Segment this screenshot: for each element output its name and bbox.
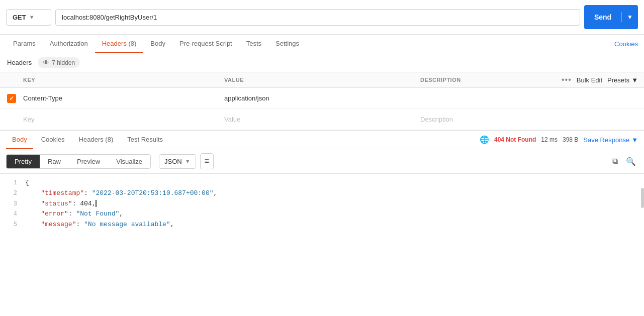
response-tab-cookies[interactable]: Cookies: [35, 131, 71, 149]
format-bar: Pretty Raw Preview Visualize JSON ▼ ≡ ⧉ …: [0, 149, 644, 174]
response-tab-test-results[interactable]: Test Results: [121, 131, 169, 149]
search-icon: 🔍: [626, 157, 636, 166]
hidden-badge[interactable]: 👁 7 hidden: [38, 57, 80, 68]
col-key-header: KEY: [23, 77, 224, 83]
send-label: Send: [584, 9, 621, 25]
copy-button[interactable]: ⧉: [610, 155, 620, 168]
response-time: 12 ms: [541, 136, 558, 143]
tab-pre-request[interactable]: Pre-request Script: [172, 35, 239, 53]
row-value[interactable]: application/json: [224, 94, 420, 102]
table-row: ✓ Content-Type application/json: [0, 88, 644, 109]
headers-bar: Headers 👁 7 hidden: [0, 53, 644, 72]
format-tab-raw[interactable]: Raw: [40, 155, 69, 168]
line-number-3: 3: [0, 199, 25, 209]
code-line-5: 5 "message": "No message available",: [0, 220, 644, 230]
row-key[interactable]: Content-Type: [23, 94, 224, 102]
line-number-5: 5: [0, 220, 25, 230]
status-text: Not Found: [506, 136, 536, 143]
code-area: 1 { 2 "timestamp": "2022-03-20T20:53:10.…: [0, 174, 644, 234]
json-format-select[interactable]: JSON ▼: [159, 154, 196, 169]
presets-label: Presets: [607, 76, 629, 84]
send-button[interactable]: Send ▼: [584, 5, 638, 29]
code-line-2: 2 "timestamp": "2022-03-20T20:53:10.687+…: [0, 188, 644, 199]
line-number-1: 1: [0, 178, 25, 188]
wrap-button[interactable]: ≡: [200, 153, 214, 169]
copy-icon: ⧉: [612, 157, 618, 165]
url-input[interactable]: [55, 9, 580, 26]
wrap-icon: ≡: [205, 157, 209, 165]
json-format-label: JSON: [164, 158, 182, 165]
tab-body[interactable]: Body: [143, 35, 172, 53]
code-line-4: 4 "error": "Not Found",: [0, 209, 644, 220]
format-tabs: Pretty Raw Preview Visualize: [6, 154, 151, 169]
format-tab-preview[interactable]: Preview: [69, 155, 108, 168]
dots-icon: •••: [562, 75, 572, 84]
save-response-button[interactable]: Save Response ▼: [583, 136, 638, 144]
table-header-row: KEY VALUE DESCRIPTION ••• Bulk Edit Pres…: [0, 72, 644, 88]
method-select[interactable]: GET ▼: [6, 9, 51, 26]
tab-params[interactable]: Params: [6, 35, 43, 53]
method-label: GET: [13, 14, 26, 21]
checkbox[interactable]: ✓: [7, 94, 16, 103]
format-tab-pretty[interactable]: Pretty: [7, 155, 40, 168]
tab-authorization[interactable]: Authorization: [43, 35, 95, 53]
scrollbar[interactable]: [641, 188, 644, 208]
table-placeholder-row: Key Value Description: [0, 109, 644, 130]
status-badge: 404 Not Found: [494, 136, 536, 143]
line-content-5: "message": "No message available",: [25, 220, 644, 230]
cookies-link[interactable]: Cookies: [614, 40, 638, 48]
col-actions-header: ••• Bulk Edit Presets ▼: [562, 75, 644, 84]
response-meta: 🌐 404 Not Found 12 ms 398 B Save Respons…: [480, 135, 638, 144]
line-content-1: {: [25, 178, 644, 188]
save-response-label: Save Response: [583, 136, 629, 144]
eye-icon: 👁: [43, 59, 49, 66]
headers-label: Headers: [7, 59, 32, 66]
tab-settings[interactable]: Settings: [268, 35, 306, 53]
placeholder-key[interactable]: Key: [23, 116, 224, 123]
col-desc-header: DESCRIPTION: [420, 77, 562, 83]
line-content-2: "timestamp": "2022-03-20T20:53:10.687+00…: [25, 188, 644, 199]
tab-tests[interactable]: Tests: [239, 35, 268, 53]
row-checkbox-cell: ✓: [0, 94, 23, 103]
presets-button[interactable]: Presets ▼: [607, 76, 638, 84]
code-line-3: 3 "status": 404,: [0, 199, 644, 209]
send-arrow-icon: ▼: [622, 10, 638, 25]
headers-section: Headers 👁 7 hidden KEY VALUE DESCRIPTION…: [0, 53, 644, 131]
code-line-1: 1 {: [0, 178, 644, 188]
line-number-2: 2: [0, 188, 25, 198]
bulk-edit-button[interactable]: Bulk Edit: [577, 76, 602, 84]
save-response-chevron-icon: ▼: [631, 136, 638, 144]
format-tab-visualize[interactable]: Visualize: [108, 155, 150, 168]
response-section: Body Cookies Headers (8) Test Results 🌐 …: [0, 131, 644, 234]
hidden-text: 7 hidden: [52, 59, 75, 66]
response-tabs: Body Cookies Headers (8) Test Results 🌐 …: [0, 131, 644, 149]
response-size: 398 B: [563, 136, 578, 143]
tab-headers[interactable]: Headers (8): [95, 35, 144, 53]
method-chevron: ▼: [29, 14, 35, 20]
status-code: 404: [494, 136, 506, 143]
request-tabs: Params Authorization Headers (8) Body Pr…: [0, 35, 644, 53]
format-actions: ⧉ 🔍: [610, 155, 638, 168]
response-tab-body[interactable]: Body: [6, 131, 33, 149]
presets-chevron-icon: ▼: [631, 76, 638, 84]
placeholder-value[interactable]: Value: [224, 116, 420, 123]
url-bar: GET ▼ Send ▼: [0, 0, 644, 35]
checkmark-icon: ✓: [9, 95, 14, 102]
line-content-4: "error": "Not Found",: [25, 209, 644, 220]
search-button[interactable]: 🔍: [624, 155, 638, 168]
placeholder-desc[interactable]: Description: [420, 116, 644, 123]
line-content-3: "status": 404,: [25, 199, 644, 209]
globe-icon: 🌐: [480, 135, 489, 144]
response-tab-headers[interactable]: Headers (8): [73, 131, 120, 149]
json-format-chevron-icon: ▼: [185, 158, 191, 164]
line-number-4: 4: [0, 209, 25, 219]
col-value-header: VALUE: [224, 77, 420, 83]
